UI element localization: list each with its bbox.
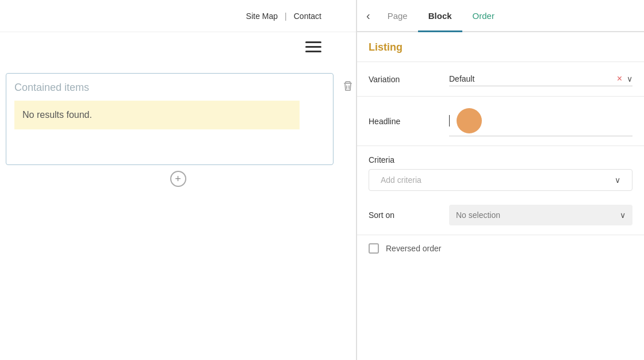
tab-page[interactable]: Page — [377, 0, 418, 31]
sort-label: Sort on — [369, 210, 449, 220]
sort-on-row: Sort on No selection ∨ — [357, 196, 644, 235]
hamburger-line-3 — [305, 51, 321, 52]
hamburger-line-2 — [305, 46, 321, 48]
variation-control: Default × ∨ — [449, 72, 632, 86]
tab-back-button[interactable]: ‹ — [366, 9, 370, 22]
sort-select[interactable]: No selection ∨ — [449, 205, 632, 225]
sort-value: No selection — [456, 210, 500, 220]
headline-row: Headline — [357, 97, 644, 146]
add-criteria-text: Add criteria — [381, 175, 421, 185]
variation-actions: × ∨ — [617, 74, 632, 83]
tab-page-label: Page — [388, 11, 408, 21]
add-item-button[interactable]: + — [170, 171, 186, 187]
contained-items-block: Contained items No results found. — [6, 73, 334, 165]
headline-control — [449, 106, 632, 136]
reversed-order-checkbox[interactable] — [369, 243, 379, 254]
tab-block-label: Block — [428, 11, 452, 21]
tab-order[interactable]: Order — [462, 0, 505, 31]
back-icon: ‹ — [366, 9, 370, 22]
tab-order-label: Order — [473, 11, 494, 21]
reversed-order-label: Reversed order — [386, 244, 442, 253]
sort-chevron-icon: ∨ — [620, 210, 626, 220]
panel-body: Listing Variation Default × ∨ Headline — [357, 32, 644, 360]
sort-control: No selection ∨ — [449, 205, 632, 225]
right-panel: ‹ Page Block Order Listing Variation Def… — [356, 0, 644, 360]
add-icon: + — [175, 174, 181, 184]
variation-row: Variation Default × ∨ — [357, 62, 644, 97]
add-criteria-chevron-icon: ∨ — [615, 175, 620, 185]
hamburger-area — [0, 32, 356, 62]
variation-value: Default — [449, 74, 474, 83]
panel-section-title: Listing — [357, 32, 644, 62]
variation-chevron-icon[interactable]: ∨ — [627, 74, 632, 83]
avatar — [457, 108, 482, 133]
site-map-link[interactable]: Site Map — [246, 12, 278, 21]
tab-block[interactable]: Block — [418, 0, 462, 31]
content-area: Contained items No results found. + — [0, 62, 356, 204]
tabs-header: ‹ Page Block Order — [357, 0, 644, 32]
text-cursor — [449, 115, 450, 127]
nav-divider: | — [285, 12, 287, 21]
headline-input[interactable] — [449, 106, 632, 136]
top-nav: Site Map | Contact — [0, 0, 356, 32]
variation-select[interactable]: Default × ∨ — [449, 72, 632, 86]
add-btn-row: + — [6, 165, 350, 193]
hamburger-line-1 — [305, 41, 321, 43]
variation-clear-button[interactable]: × — [617, 74, 622, 83]
left-panel: Site Map | Contact Contained items No re… — [0, 0, 356, 360]
headline-label: Headline — [369, 117, 449, 126]
contact-link[interactable]: Contact — [294, 12, 321, 21]
no-results-text: No results found. — [22, 110, 92, 120]
reversed-order-row: Reversed order — [357, 235, 644, 262]
hamburger-menu[interactable] — [305, 41, 321, 52]
add-criteria-dropdown[interactable]: Add criteria ∨ — [369, 169, 632, 191]
no-results-box: No results found. — [14, 101, 300, 129]
criteria-label: Criteria — [357, 146, 644, 169]
variation-label: Variation — [369, 75, 449, 84]
contained-items-title: Contained items — [14, 82, 325, 94]
delete-button[interactable] — [342, 81, 354, 95]
